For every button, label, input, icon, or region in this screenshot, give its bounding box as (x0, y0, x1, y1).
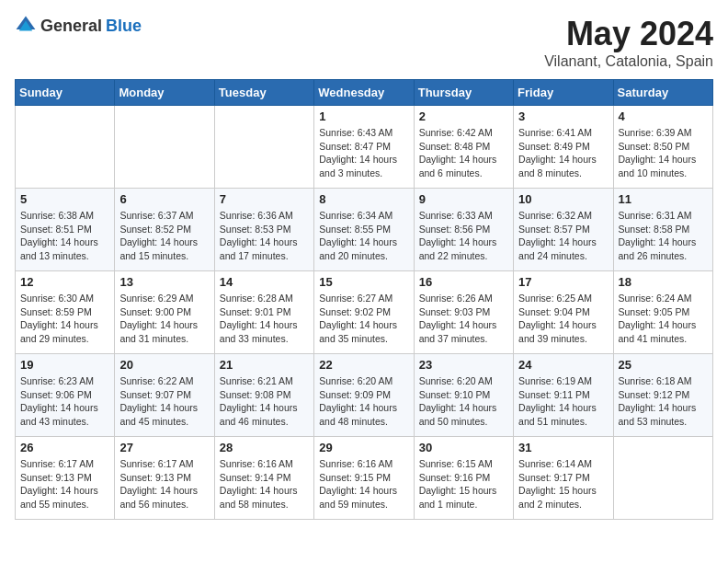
day-number: 6 (119, 192, 209, 206)
day-number: 1 (319, 109, 408, 123)
day-number: 5 (20, 192, 109, 206)
day-number: 20 (119, 358, 209, 372)
cell-info: Sunrise: 6:36 AMSunset: 8:53 PMDaylight:… (220, 209, 309, 263)
header-day-saturday: Saturday (613, 80, 712, 106)
calendar-cell: 5Sunrise: 6:38 AMSunset: 8:51 PMDaylight… (16, 189, 115, 271)
cell-info: Sunrise: 6:43 AMSunset: 8:47 PMDaylight:… (319, 126, 408, 180)
cell-info: Sunrise: 6:34 AMSunset: 8:55 PMDaylight:… (319, 209, 408, 263)
calendar-cell: 1Sunrise: 6:43 AMSunset: 8:47 PMDaylight… (314, 106, 414, 189)
calendar-cell: 23Sunrise: 6:20 AMSunset: 9:10 PMDayligh… (414, 354, 513, 437)
day-number: 12 (20, 275, 109, 289)
calendar-cell: 28Sunrise: 6:16 AMSunset: 9:14 PMDayligh… (214, 437, 313, 520)
week-row-1: 1Sunrise: 6:43 AMSunset: 8:47 PMDaylight… (16, 106, 713, 189)
calendar-cell (214, 106, 313, 189)
day-number: 24 (518, 358, 608, 372)
cell-info: Sunrise: 6:17 AMSunset: 9:13 PMDaylight:… (119, 457, 209, 511)
day-number: 14 (220, 275, 309, 289)
day-number: 18 (619, 275, 708, 289)
cell-info: Sunrise: 6:15 AMSunset: 9:16 PMDaylight:… (419, 457, 508, 511)
day-number: 28 (220, 441, 309, 454)
cell-info: Sunrise: 6:33 AMSunset: 8:56 PMDaylight:… (419, 209, 508, 263)
day-number: 22 (319, 358, 408, 372)
header-day-monday: Monday (115, 80, 214, 106)
cell-info: Sunrise: 6:19 AMSunset: 9:11 PMDaylight:… (518, 374, 608, 429)
calendar-cell: 14Sunrise: 6:28 AMSunset: 9:01 PMDayligh… (214, 271, 313, 354)
location-subtitle: Vilanant, Catalonia, Spain (544, 53, 713, 70)
page-header: GeneralBlue May 2024 Vilanant, Catalonia… (15, 15, 713, 70)
day-number: 9 (419, 192, 508, 206)
day-number: 31 (518, 441, 608, 454)
cell-info: Sunrise: 6:27 AMSunset: 9:02 PMDaylight:… (319, 292, 408, 346)
calendar-cell: 30Sunrise: 6:15 AMSunset: 9:16 PMDayligh… (414, 437, 513, 520)
cell-info: Sunrise: 6:16 AMSunset: 9:15 PMDaylight:… (319, 457, 408, 511)
cell-info: Sunrise: 6:20 AMSunset: 9:10 PMDaylight:… (419, 374, 508, 429)
logo-icon (15, 15, 37, 37)
calendar-cell: 11Sunrise: 6:31 AMSunset: 8:58 PMDayligh… (613, 189, 712, 271)
cell-info: Sunrise: 6:16 AMSunset: 9:14 PMDaylight:… (220, 457, 309, 511)
week-row-3: 12Sunrise: 6:30 AMSunset: 8:59 PMDayligh… (16, 271, 713, 354)
calendar-cell: 13Sunrise: 6:29 AMSunset: 9:00 PMDayligh… (115, 271, 214, 354)
logo-blue-text: Blue (106, 17, 142, 36)
cell-info: Sunrise: 6:38 AMSunset: 8:51 PMDaylight:… (20, 209, 109, 263)
calendar-cell: 4Sunrise: 6:39 AMSunset: 8:50 PMDaylight… (613, 106, 712, 189)
day-number: 27 (119, 441, 209, 454)
cell-info: Sunrise: 6:41 AMSunset: 8:49 PMDaylight:… (518, 126, 608, 180)
calendar-cell: 25Sunrise: 6:18 AMSunset: 9:12 PMDayligh… (613, 354, 712, 437)
cell-info: Sunrise: 6:26 AMSunset: 9:03 PMDaylight:… (419, 292, 508, 346)
day-number: 15 (319, 275, 408, 289)
calendar-cell: 12Sunrise: 6:30 AMSunset: 8:59 PMDayligh… (16, 271, 115, 354)
day-number: 8 (319, 192, 408, 206)
cell-info: Sunrise: 6:23 AMSunset: 9:06 PMDaylight:… (20, 374, 109, 429)
cell-info: Sunrise: 6:22 AMSunset: 9:07 PMDaylight:… (119, 374, 209, 429)
cell-info: Sunrise: 6:14 AMSunset: 9:17 PMDaylight:… (518, 457, 608, 511)
cell-info: Sunrise: 6:29 AMSunset: 9:00 PMDaylight:… (119, 292, 209, 346)
cell-info: Sunrise: 6:21 AMSunset: 9:08 PMDaylight:… (220, 374, 309, 429)
cell-info: Sunrise: 6:17 AMSunset: 9:13 PMDaylight:… (20, 457, 109, 511)
calendar-cell: 31Sunrise: 6:14 AMSunset: 9:17 PMDayligh… (514, 437, 613, 520)
calendar-cell: 9Sunrise: 6:33 AMSunset: 8:56 PMDaylight… (414, 189, 513, 271)
header-day-friday: Friday (514, 80, 613, 106)
day-number: 10 (518, 192, 608, 206)
day-number: 21 (220, 358, 309, 372)
calendar-cell: 8Sunrise: 6:34 AMSunset: 8:55 PMDaylight… (314, 189, 414, 271)
month-year-title: May 2024 (544, 15, 713, 53)
cell-info: Sunrise: 6:31 AMSunset: 8:58 PMDaylight:… (619, 209, 708, 263)
day-number: 13 (119, 275, 209, 289)
calendar-cell: 27Sunrise: 6:17 AMSunset: 9:13 PMDayligh… (115, 437, 214, 520)
calendar-cell: 21Sunrise: 6:21 AMSunset: 9:08 PMDayligh… (214, 354, 313, 437)
header-day-wednesday: Wednesday (314, 80, 414, 106)
day-number: 19 (20, 358, 109, 372)
cell-info: Sunrise: 6:28 AMSunset: 9:01 PMDaylight:… (220, 292, 309, 346)
calendar-cell: 15Sunrise: 6:27 AMSunset: 9:02 PMDayligh… (314, 271, 414, 354)
calendar-cell (115, 106, 214, 189)
day-number: 2 (419, 109, 508, 123)
day-number: 16 (419, 275, 508, 289)
header-day-sunday: Sunday (16, 80, 115, 106)
calendar-cell: 17Sunrise: 6:25 AMSunset: 9:04 PMDayligh… (514, 271, 613, 354)
calendar-cell (613, 437, 712, 520)
title-area: May 2024 Vilanant, Catalonia, Spain (544, 15, 713, 70)
cell-info: Sunrise: 6:20 AMSunset: 9:09 PMDaylight:… (319, 374, 408, 429)
cell-info: Sunrise: 6:18 AMSunset: 9:12 PMDaylight:… (619, 374, 708, 429)
day-number: 11 (619, 192, 708, 206)
cell-info: Sunrise: 6:37 AMSunset: 8:52 PMDaylight:… (119, 209, 209, 263)
day-number: 30 (419, 441, 508, 454)
calendar-cell (16, 106, 115, 189)
calendar-cell: 18Sunrise: 6:24 AMSunset: 9:05 PMDayligh… (613, 271, 712, 354)
week-row-2: 5Sunrise: 6:38 AMSunset: 8:51 PMDaylight… (16, 189, 713, 271)
header-day-thursday: Thursday (414, 80, 513, 106)
calendar-cell: 3Sunrise: 6:41 AMSunset: 8:49 PMDaylight… (514, 106, 613, 189)
logo: GeneralBlue (15, 15, 142, 37)
day-number: 29 (319, 441, 408, 454)
day-number: 23 (419, 358, 508, 372)
calendar-cell: 29Sunrise: 6:16 AMSunset: 9:15 PMDayligh… (314, 437, 414, 520)
week-row-4: 19Sunrise: 6:23 AMSunset: 9:06 PMDayligh… (16, 354, 713, 437)
calendar-cell: 20Sunrise: 6:22 AMSunset: 9:07 PMDayligh… (115, 354, 214, 437)
day-number: 7 (220, 192, 309, 206)
cell-info: Sunrise: 6:30 AMSunset: 8:59 PMDaylight:… (20, 292, 109, 346)
cell-info: Sunrise: 6:42 AMSunset: 8:48 PMDaylight:… (419, 126, 508, 180)
calendar-cell: 19Sunrise: 6:23 AMSunset: 9:06 PMDayligh… (16, 354, 115, 437)
calendar-cell: 7Sunrise: 6:36 AMSunset: 8:53 PMDaylight… (214, 189, 313, 271)
calendar-cell: 6Sunrise: 6:37 AMSunset: 8:52 PMDaylight… (115, 189, 214, 271)
logo-general-text: General (40, 17, 102, 36)
